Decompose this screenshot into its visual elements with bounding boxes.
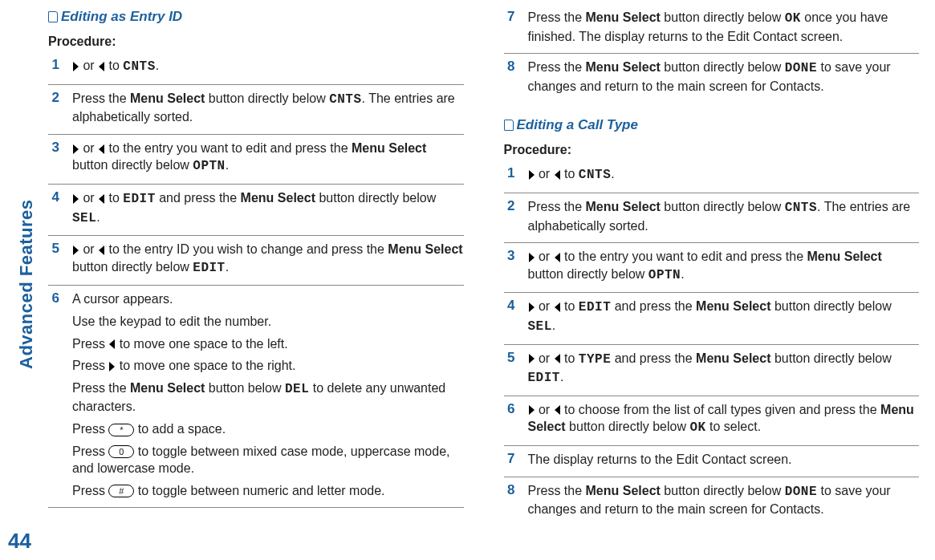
step: 2 Press the Menu Select button directly … [504,193,920,243]
menu-select-label: Menu Select [586,484,661,497]
menu-select-label: Menu Select [130,91,205,105]
text: button directly below [528,267,648,281]
softkey-edit: EDIT [193,261,225,275]
step-number: 3 [48,140,59,156]
text: or [535,250,554,263]
text: button directly below [661,60,785,74]
document-icon [504,120,514,131]
text: . [226,158,229,172]
softkey-done: DONE [785,485,817,499]
nav-right-icon [73,144,79,154]
text: button directly below [661,200,785,213]
text: Press the [528,10,586,24]
softkey-cnts: CNTS [785,201,817,215]
nav-left-icon [99,62,104,71]
section-title-editing-entry-id: Editing as Entry ID [48,9,464,25]
menu-select-label: Menu Select [388,242,462,256]
page: Advanced Features 44 Editing as Entry ID… [0,0,935,560]
text: Use the keypad to edit the number. [72,313,464,331]
text: to the entry you want to edit and press … [561,250,807,263]
text: button directly below [770,299,891,313]
text: and press the [611,351,696,365]
step-body: or to the entry you want to edit and pre… [528,248,920,284]
text: to the entry ID you wish to change and p… [105,242,388,256]
softkey-sel: SEL [72,211,96,225]
step-body: or to choose from the list of call types… [528,401,920,437]
softkey-edit: EDIT [123,192,155,206]
text: The display returns to the Edit Contact … [528,451,920,469]
text: to select. [706,420,761,433]
text: Press [72,337,108,351]
softkey-cnts: CNTS [123,59,155,74]
text: to move one space to the left. [116,337,287,351]
step-body: or to CNTS. [528,165,920,185]
text: . [552,319,555,332]
softkey-ok: OK [785,11,801,26]
step-number: 6 [504,401,515,417]
softkey-done: DONE [785,61,817,75]
text: . [156,59,159,72]
page-number: 44 [8,529,31,554]
step-body: Press the Menu Select button directly be… [528,9,920,45]
step: 8 Press the Menu Select button directly … [504,477,920,526]
text: button directly below [72,158,193,172]
text: A cursor appears. [72,290,464,308]
right-column: 7 Press the Menu Select button directly … [504,4,920,552]
left-column: Editing as Entry ID Procedure: 1 or to C… [48,4,464,552]
text: to [561,299,579,313]
nav-right-icon [529,170,535,180]
softkey-edit: EDIT [579,300,611,314]
softkey-cnts: CNTS [329,92,361,107]
text: to toggle between numeric and letter mod… [134,484,384,497]
step-number: 8 [504,482,515,498]
step-body: or to the entry ID you wish to change an… [72,241,464,277]
text: button directly below [205,91,329,105]
step-number: 8 [504,59,515,75]
section-title-editing-call-type: Editing a Call Type [504,117,920,133]
text: or [535,351,554,365]
step-number: 7 [504,451,515,467]
step-body: or to the entry you want to edit and pre… [72,140,464,176]
step-body: Press the Menu Select button directly be… [528,482,920,518]
softkey-optn: OPTN [648,268,681,282]
procedure-label: Procedure: [48,34,464,49]
step-number: 2 [48,90,59,106]
nav-left-icon [99,144,104,154]
nav-right-icon [73,194,79,204]
step: 4 or to EDIT and press the Menu Select b… [504,293,920,344]
nav-right-icon [73,62,79,71]
text: or [535,167,554,181]
step-body: Press the Menu Select button directly be… [72,90,464,126]
sidebar: Advanced Features 44 [0,0,42,560]
text: to [105,191,123,205]
step: 7 Press the Menu Select button directly … [504,4,920,54]
step-number: 5 [504,350,515,366]
text: Press the [528,60,586,74]
keypad-zero-icon: 0 [108,445,134,458]
text: and press the [611,299,696,313]
softkey-del: DEL [285,382,309,396]
text: to [105,59,123,72]
step: 2 Press the Menu Select button directly … [48,85,464,135]
text: or [535,403,554,416]
text: . [681,267,684,281]
text: . [96,210,100,224]
text: to [561,351,579,365]
text: to add a space. [134,422,226,436]
text: or [79,242,98,256]
step-body: Press the Menu Select button directly be… [528,59,920,95]
step: 7 The display returns to the Edit Contac… [504,446,920,477]
step: 4 or to EDIT and press the Menu Select b… [48,185,464,236]
text: button directly below [661,484,785,497]
text: Press the [528,484,586,497]
section-title-text: Editing a Call Type [517,117,638,133]
menu-select-label: Menu Select [586,10,661,24]
text: or [79,59,98,72]
text: and press the [156,191,241,205]
step-number: 1 [48,57,59,73]
menu-select-label: Menu Select [696,351,770,365]
section-title-text: Editing as Entry ID [61,9,182,25]
step-number: 2 [504,198,515,214]
procedure-label: Procedure: [504,143,920,157]
step-body: The display returns to the Edit Contact … [528,451,920,469]
